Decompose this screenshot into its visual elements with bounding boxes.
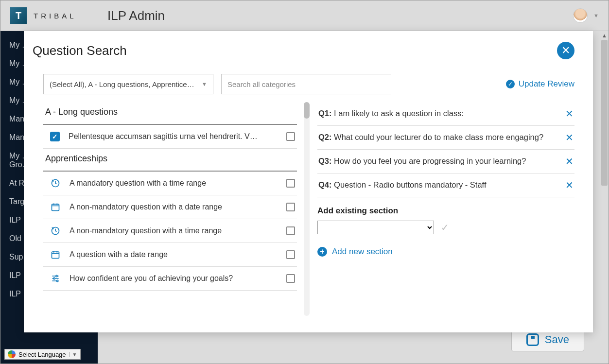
svg-rect-1 [52,204,59,210]
modal-title: Question Search [33,43,127,58]
selected-question-text: Q1: I am likely to ask a question in cla… [318,108,473,119]
selected-question-row: Q3: How do you feel you are progressing … [317,150,574,173]
svg-point-6 [57,280,58,281]
question-add-checkbox[interactable] [286,226,295,235]
date-icon [50,202,61,212]
question-selected-checkbox[interactable] [50,132,60,141]
category-filter-value: (Select All), A - Long questions, Appren… [50,80,195,88]
brand-logo: T [10,7,27,24]
selected-questions-panel: Q1: I am likely to ask a question in cla… [313,102,574,326]
add-new-section-link[interactable]: + Add new section [317,247,574,257]
question-search-modal: Question Search ✕ (Select All), A - Long… [24,31,593,332]
question-add-checkbox[interactable] [286,179,295,188]
remove-question-button[interactable]: ✕ [565,156,574,167]
time-icon [50,178,61,188]
update-review-link[interactable]: ✓ Update Review [506,79,574,89]
question-row[interactable]: A question with a date range [43,243,297,267]
update-review-label: Update Review [519,79,574,89]
selected-question-text: Q4: Question - Radio buttons mandatory -… [318,179,496,191]
question-add-checkbox[interactable] [286,203,295,211]
question-row[interactable]: A mandatory question with a time range [43,172,297,195]
search-placeholder: Search all categories [227,80,296,88]
category-title: A - Long questions [43,102,297,125]
selected-question-row: Q2: What could your lecturer do to make … [317,126,574,150]
check-circle-icon: ✓ [506,80,515,88]
remove-question-button[interactable]: ✕ [565,179,574,191]
question-text: A question with a date range [70,250,278,259]
svg-point-4 [56,275,57,277]
chevron-down-icon[interactable]: ▼ [593,13,599,18]
question-add-checkbox[interactable] [286,250,295,259]
question-text: A mandatory question with a time range [70,179,278,188]
time-icon [50,226,61,236]
plus-circle-icon: + [317,247,327,257]
page-title: ILP Admin [107,8,165,23]
question-row[interactable]: How confident are you of achieving your … [43,267,297,291]
remove-question-button[interactable]: ✕ [565,132,574,143]
question-row[interactable]: A non-mandatory question with a date ran… [43,195,297,219]
brand-name: TRIBAL [34,12,77,20]
add-existing-section-label: Add existing section [317,206,574,216]
category-filter-select[interactable]: (Select All), A - Long questions, Appren… [43,74,213,94]
question-text: A non-mandatory question with a time ran… [70,226,278,235]
confirm-section-icon[interactable]: ✓ [441,222,449,233]
selected-question-row: Q4: Question - Radio buttons mandatory -… [317,173,574,197]
date-icon [50,250,61,260]
search-input[interactable]: Search all categories [221,74,391,94]
close-button[interactable]: ✕ [557,42,574,59]
selected-question-text: Q3: How do you feel you are progressing … [318,156,536,167]
brand: T TRIBAL [10,7,98,24]
question-add-checkbox[interactable] [286,274,295,283]
question-bank-scrollbar[interactable] [304,102,310,316]
svg-point-5 [53,277,55,279]
selected-question-row: Q1: I am likely to ask a question in cla… [317,102,574,126]
add-new-section-label: Add new section [332,247,393,257]
svg-rect-3 [52,252,59,258]
question-text: A non-mandatory question with a date ran… [70,203,278,211]
question-row[interactable]: Pellentesque accumsan sagittis urna vel … [43,125,297,149]
question-row[interactable]: A non-mandatory question with a time ran… [43,219,297,243]
avatar[interactable] [573,8,588,23]
remove-question-button[interactable]: ✕ [565,108,574,120]
chevron-down-icon: ▼ [202,81,207,87]
category-title: Apprenticeships [43,149,297,172]
question-text: How confident are you of achieving your … [70,274,278,283]
close-icon: ✕ [561,44,570,57]
sliders-icon [50,274,61,283]
question-text: Pellentesque accumsan sagittis urna vel … [69,132,278,141]
existing-section-select[interactable] [317,221,434,234]
question-add-checkbox[interactable] [286,132,295,141]
question-bank-panel: A - Long questionsPellentesque accumsan … [36,102,299,326]
selected-question-text: Q2: What could your lecturer do to make … [318,132,553,143]
topbar: T TRIBAL ILP Admin ▼ [0,0,609,31]
